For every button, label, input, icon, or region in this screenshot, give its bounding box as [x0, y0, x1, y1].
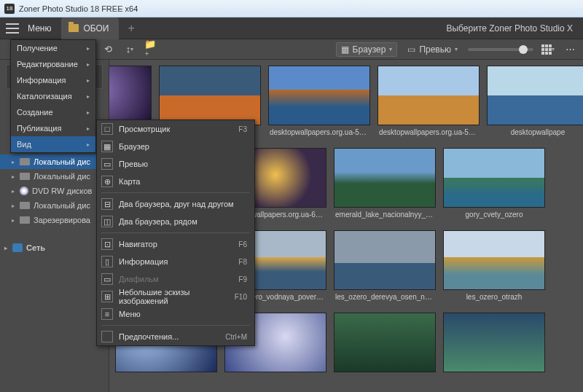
thumbnail[interactable]: gory_cvety_ozero [443, 148, 545, 226]
chevron-right-icon: ▸ [87, 61, 90, 68]
menu-item[interactable]: Создание▸ [11, 104, 95, 120]
submenu-item: ▭ДиафильмF9 [97, 270, 254, 288]
tree-item-drive[interactable]: ▸Локальный дис [0, 198, 109, 213]
network-root[interactable]: ▸ Сеть [0, 240, 109, 255]
sort-icon[interactable]: ↕▾ [122, 42, 137, 57]
thumbnail-label [443, 372, 545, 383]
submenu-item[interactable]: ▯ИнформацияF8 [97, 253, 254, 270]
chevron-down-icon: ▾ [455, 46, 458, 52]
view-submenu-popup: □ПросмотрщикF3▦Браузер▭Превью⊕Карта⊟Два … [96, 119, 255, 346]
submenu-item[interactable]: ◫Два браузера, рядом [97, 213, 254, 230]
submenu-icon: ◫ [101, 216, 113, 227]
submenu-label: Превью [119, 160, 247, 168]
thumbnail-label: desktopwallpapers.org.ua-5261... [268, 125, 370, 144]
submenu-item[interactable]: ⊕Карта [97, 173, 254, 190]
chevron-right-icon: ▸ [12, 188, 17, 195]
thumbnail-label: les_ozero_otrazh [443, 290, 545, 308]
menu-separator [101, 325, 250, 326]
hamburger-icon[interactable] [6, 23, 19, 34]
submenu-item[interactable]: ⊡НавигаторF6 [97, 235, 254, 253]
submenu-label: Два браузера, друг над другом [119, 200, 247, 208]
menu-item[interactable]: Каталогизация▸ [11, 88, 95, 104]
thumbnail[interactable]: desktopwallpape [487, 66, 583, 144]
thumbnail-image [443, 313, 545, 372]
submenu-label: Карта [119, 177, 247, 186]
add-folder-icon[interactable]: 📁⁺ [144, 42, 159, 57]
chevron-right-icon: ▸ [12, 159, 17, 165]
menu-item[interactable]: Получение▸ [11, 40, 95, 56]
chevron-right-icon: ▸ [4, 245, 10, 251]
submenu-label: Небольшие эскизы изображений [119, 288, 235, 305]
tree-item-drive[interactable]: ▸DVD RW дисков [0, 184, 109, 198]
app-icon: 18 [4, 4, 15, 14]
tree-item-label: Локальный дис [34, 157, 90, 166]
submenu-icon: ▭ [101, 273, 113, 285]
thumbnail[interactable]: les_ozero_derevya_osen_nacion... [334, 230, 436, 308]
menu-item[interactable]: Редактирование▸ [11, 56, 95, 72]
preview-mode-button[interactable]: ▭ Превью ▾ [404, 43, 461, 56]
thumbnail-label: les_ozero_derevya_osen_nacion... [334, 290, 436, 308]
tree-item-label: Локальный дис [34, 172, 90, 181]
submenu-item[interactable]: ▭Превью [97, 155, 254, 173]
tree-item-drive[interactable]: ▸Зарезервирова [0, 213, 109, 227]
submenu-item[interactable]: Предпочтения...Ctrl+M [97, 328, 254, 345]
chevron-right-icon: ▸ [87, 109, 90, 116]
submenu-label: Навигатор [119, 240, 238, 248]
browser-label: Браузер [353, 44, 386, 55]
submenu-label: Меню [119, 310, 247, 318]
more-icon[interactable]: ⋯ [563, 42, 577, 57]
submenu-item[interactable]: □ПросмотрщикF3 [97, 120, 254, 138]
tree-item-drive[interactable]: ▸Локальный дис [0, 169, 109, 184]
tree-item-label: DVD RW дисков [32, 187, 92, 195]
thumbnail-image [334, 313, 436, 372]
grid-small-icon: ▦ [341, 44, 349, 55]
slider-thumb[interactable] [519, 45, 528, 54]
menu-item-label: Создание [17, 108, 53, 117]
thumbnail-label [224, 372, 326, 383]
thumbnail-image [377, 66, 480, 125]
thumbnail-label: emerald_lake_nacionalnyy_park... [334, 208, 436, 226]
thumbnail-image [487, 66, 583, 125]
thumbnail-label: desktopwallpape [487, 125, 583, 144]
refresh-icon[interactable]: ⟲ [101, 42, 115, 57]
submenu-item[interactable]: ▦Браузер [97, 138, 254, 155]
promo-link[interactable]: Выберите Zoner Photo Studio X [439, 23, 580, 34]
thumbnail-image [443, 148, 545, 208]
thumbnail[interactable]: desktopwallpapers.org.ua-5261... [268, 66, 370, 144]
submenu-label: Два браузера, рядом [119, 217, 247, 226]
thumbnail[interactable] [334, 313, 436, 383]
thumbnail-size-button[interactable]: ▾ [541, 42, 555, 57]
menu-button[interactable]: Меню [22, 23, 57, 34]
zoom-slider[interactable] [468, 48, 533, 51]
menu-item-label: Информация [17, 76, 66, 85]
thumbnail[interactable]: les_ozero_otrazh [443, 230, 545, 308]
browser-mode-button[interactable]: ▦ Браузер ▾ [336, 42, 398, 57]
menu-item-label: Получение [17, 44, 58, 52]
submenu-item[interactable]: ⊞Небольшие эскизы изображенийF10 [97, 288, 254, 305]
submenu-icon: ▦ [101, 141, 113, 152]
chevron-right-icon: ▸ [12, 203, 17, 209]
tab-label: ОБОИ [83, 23, 109, 34]
thumbnail-label [334, 372, 436, 383]
tree-item-label: Зарезервирова [34, 216, 90, 224]
menu-item[interactable]: Вид▸ [11, 136, 95, 152]
menu-item[interactable]: Публикация▸ [11, 120, 95, 136]
submenu-icon: ⊡ [101, 238, 113, 250]
menu-separator [101, 192, 250, 193]
thumbnail[interactable]: emerald_lake_nacionalnyy_park... [334, 148, 436, 226]
chevron-right-icon: ▸ [87, 141, 90, 148]
new-tab-button[interactable]: + [119, 22, 143, 35]
submenu-item[interactable]: ≡Меню [97, 305, 254, 323]
tree-item-drive[interactable]: ▸Локальный дис [0, 154, 109, 169]
submenu-label: Браузер [119, 142, 247, 151]
tab-oboi[interactable]: ОБОИ [61, 17, 119, 39]
submenu-shortcut: F6 [238, 240, 247, 248]
thumbnail[interactable] [443, 313, 545, 383]
titlebar: 18 Zoner Photo Studio 18 FREE x64 [0, 0, 583, 17]
submenu-item[interactable]: ⊟Два браузера, друг над другом [97, 195, 254, 213]
menu-separator [101, 232, 250, 233]
submenu-icon: ⊟ [101, 198, 113, 210]
chevron-right-icon: ▸ [87, 93, 90, 100]
thumbnail[interactable]: desktopwallpapers.org.ua-5367... [377, 66, 480, 144]
menu-item[interactable]: Информация▸ [11, 72, 95, 88]
